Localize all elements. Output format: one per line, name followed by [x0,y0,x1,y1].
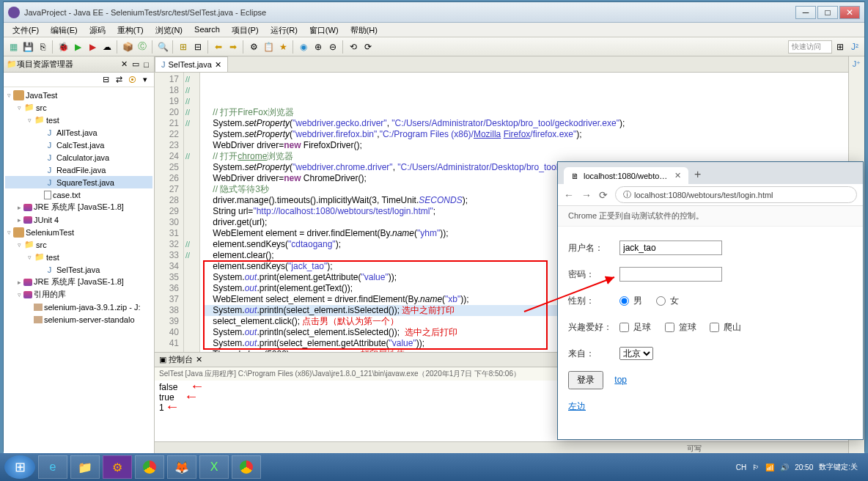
tree-node[interactable]: ▸JRE 系统库 [JavaSE-1.8] [5,201,152,213]
password-input[interactable] [619,267,722,282]
misc5-icon[interactable]: ⊕ [312,40,325,54]
tree-node[interactable]: ▿SeleniumTest [5,226,152,238]
tree-node[interactable]: ▿📁src [5,238,152,251]
menu-item[interactable]: Search [188,23,226,37]
newcls-icon[interactable]: Ⓒ [136,40,149,54]
tab-close-icon[interactable]: ✕ [215,60,221,70]
menu-item[interactable]: 项目(P) [226,23,265,37]
system-tray[interactable]: CH 🏳 📶 🔊 20:50 数字键定:关 [736,462,864,472]
tb-firefox-icon[interactable]: 🦊 [167,455,196,479]
editor-tab[interactable]: J SelTest.java ✕ [155,56,228,72]
menu-item[interactable]: 浏览(N) [150,23,188,37]
focus-icon[interactable]: ⦿ [126,74,138,86]
back-icon[interactable]: ⬅ [212,40,225,54]
collapse-icon[interactable]: ⊟ [100,74,111,86]
close-button[interactable]: ✕ [839,6,860,19]
reload-icon[interactable]: ⟳ [599,189,608,201]
view-max-icon[interactable]: □ [141,60,151,69]
debug-icon[interactable]: 🐞 [56,40,70,54]
menu-item[interactable]: 文件(F) [7,23,45,37]
tab-close-icon[interactable]: ✕ [674,171,681,180]
misc1-icon[interactable]: ⚙ [247,40,260,54]
tb-app2-icon[interactable]: X [199,455,229,479]
chrome-tab[interactable]: 🗎 localhost:1080/webtours/test/l ✕ [564,167,688,184]
menu-item[interactable]: 运行(R) [265,23,304,37]
minimize-button[interactable]: ─ [795,6,816,19]
tree-node[interactable]: selenium-java-3.9.1.zip - J: [5,301,152,313]
server-icon[interactable]: ☁ [100,40,114,54]
tree-node[interactable]: ▿引用的库 [5,288,152,301]
forward-icon[interactable]: → [581,189,592,201]
address-bar[interactable]: ⓘ localhost:1080/webtours/test/login.htm… [615,186,857,203]
new-tab-button[interactable]: + [688,165,707,184]
tree-node[interactable]: ▿📁src [5,101,152,114]
tree-node[interactable]: ▿JavaTest [5,89,152,101]
tb-app1-icon[interactable]: ⚙ [103,455,132,479]
tray-net-icon[interactable]: 📶 [765,463,774,471]
back-icon[interactable]: ← [564,189,574,201]
outline-icon[interactable]: J⁺ [853,59,861,68]
misc2-icon[interactable]: 📋 [262,40,275,54]
menu-icon[interactable]: ▾ [139,74,151,86]
menu-item[interactable]: 重构(T) [111,23,150,37]
cb-basketball[interactable] [665,323,674,332]
tray-flag-icon[interactable]: 🏳 [752,463,760,471]
save-icon[interactable]: 💾 [21,40,34,54]
radio-male[interactable] [619,296,629,306]
tree-node[interactable]: JSelTest.java [5,263,152,276]
tb-chrome2-icon[interactable] [232,455,261,479]
run-ext-icon[interactable]: ▶ [86,40,99,54]
project-tree[interactable]: ▿JavaTest▿📁src▿📁testJAllTest.javaJCalcTe… [4,87,154,455]
saveall-icon[interactable]: ⎘ [36,40,49,54]
tree-node[interactable]: JCalculator.java [5,151,152,164]
from-select[interactable]: 北京 [619,347,653,360]
view-min-icon[interactable]: ▭ [130,59,141,69]
menu-item[interactable]: 帮助(H) [345,23,383,37]
misc6-icon[interactable]: ⊖ [326,40,339,54]
tree-node[interactable]: selenium-server-standalo [5,313,152,326]
persp1-icon[interactable]: ⊞ [834,40,847,54]
tb-chrome-icon[interactable] [135,455,164,479]
persp2-icon[interactable]: J² [848,40,861,54]
view-close-icon[interactable]: ✕ [119,59,130,69]
username-input[interactable] [619,240,722,255]
search-icon[interactable]: 🔍 [156,40,169,54]
login-button[interactable]: 登录 [568,371,603,389]
misc4-icon[interactable]: ◉ [297,40,310,54]
clock[interactable]: 20:50 [795,463,813,471]
tray-ch-icon[interactable]: CH [736,463,746,471]
tree-node[interactable]: ▿📁test [5,114,152,126]
menu-item[interactable]: 窗口(W) [304,23,345,37]
tb-ie-icon[interactable]: e [38,455,67,479]
tree-node[interactable]: ▿📁test [5,251,152,263]
console-tab-close-icon[interactable]: ✕ [196,355,202,364]
misc8-icon[interactable]: ⟳ [361,40,375,54]
maximize-button[interactable]: □ [817,6,838,19]
misc7-icon[interactable]: ⟲ [347,40,360,54]
tree-node[interactable]: JCalcTest.java [5,139,152,151]
top-link[interactable]: top [614,369,627,391]
tree-node[interactable]: ▸JUnit 4 [5,213,152,226]
run-icon[interactable]: ▶ [71,40,84,54]
tb-explorer-icon[interactable]: 📁 [70,455,100,479]
tray-vol-icon[interactable]: 🔊 [780,463,789,471]
menu-item[interactable]: 编辑(E) [45,23,84,37]
nav2-icon[interactable]: ⊟ [191,40,205,54]
newpkg-icon[interactable]: 📦 [121,40,134,54]
tree-node[interactable]: case.txt [5,188,152,201]
left-link[interactable]: 左边 [568,395,586,417]
misc3-icon[interactable]: ★ [276,40,290,54]
tree-node[interactable]: JSquareTest.java [5,176,152,188]
nav-icon[interactable]: ⊞ [177,40,190,54]
quick-access[interactable]: 快速访问 [788,40,832,54]
tree-node[interactable]: JReadFile.java [5,164,152,176]
new-icon[interactable]: ▦ [7,40,20,54]
fwd-icon[interactable]: ➡ [227,40,240,54]
radio-female[interactable] [656,296,666,306]
tree-node[interactable]: ▸JRE 系统库 [JavaSE-1.8] [5,276,152,288]
cb-climb[interactable] [710,323,719,332]
link-icon[interactable]: ⇄ [113,74,125,86]
eclipse-titlebar[interactable]: JavaProject - Java EE - SeleniumTest/src… [4,2,864,23]
cb-football[interactable] [619,323,629,332]
start-button[interactable]: ⊞ [4,455,35,479]
